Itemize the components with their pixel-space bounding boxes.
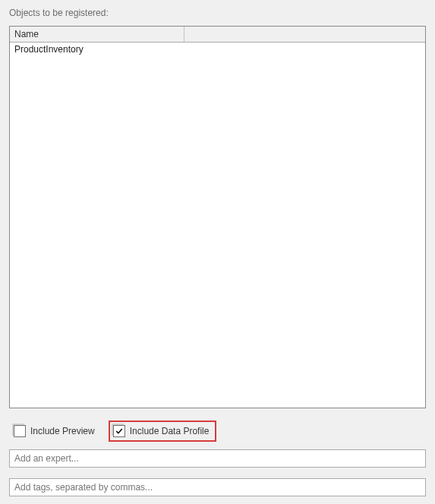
table-body: ProductInventory [10, 43, 425, 408]
tags-input[interactable] [9, 478, 426, 496]
table-row[interactable]: ProductInventory [10, 43, 425, 56]
include-preview-checkbox[interactable] [14, 425, 26, 437]
column-header-empty[interactable] [184, 27, 425, 42]
section-label: Objects to be registered: [9, 8, 426, 18]
objects-panel: Objects to be registered: Name ProductIn… [0, 0, 435, 504]
expert-input[interactable] [9, 449, 426, 468]
options-row: Include Preview Include Data Profile [9, 421, 426, 442]
include-data-profile-checkbox[interactable] [113, 425, 125, 437]
objects-table: Name ProductInventory [9, 26, 426, 408]
table-header: Name [10, 27, 425, 43]
include-preview-label: Include Preview [30, 426, 95, 436]
include-data-profile-group: Include Data Profile [109, 421, 217, 442]
include-data-profile-label: Include Data Profile [130, 426, 210, 436]
include-preview-group: Include Preview [9, 422, 99, 440]
column-header-name[interactable]: Name [10, 27, 184, 42]
check-icon [115, 427, 124, 436]
